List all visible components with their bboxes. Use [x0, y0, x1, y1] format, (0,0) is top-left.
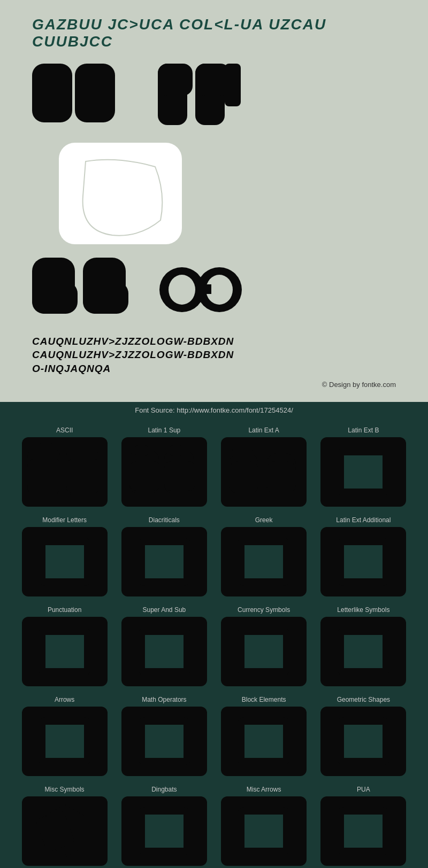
glyph-cell-modletters[interactable]: Modifier Letters — [16, 514, 113, 601]
svg-rect-23 — [27, 459, 62, 493]
svg-rect-32 — [135, 445, 148, 456]
svg-rect-25 — [66, 459, 101, 493]
glyph-box-latin1sup — [121, 437, 207, 507]
glyph-cell-geoshapes[interactable]: Geometric Shapes — [315, 693, 412, 780]
glyph-box-latinextb — [320, 437, 406, 507]
bottom-section: Font Source: http://www.fontke.com/font/… — [0, 402, 428, 868]
glyph-cell-miscsym[interactable]: Misc Symbols — [16, 783, 113, 868]
svg-rect-33 — [170, 445, 183, 456]
glyph-showcase-row1 — [32, 61, 396, 244]
glyph-label-arrows: Arrows — [55, 696, 74, 703]
glyph-cell-arrows[interactable]: Arrows — [16, 693, 113, 780]
glyph-box-geoshapes — [320, 707, 406, 776]
glyph-cell-latinextadd[interactable]: Latin Ext Additional — [315, 514, 412, 601]
glyph-box-blockelements — [221, 707, 307, 776]
glyph-showcase-row2 — [32, 255, 396, 319]
glyph-box-superandsub — [121, 617, 207, 686]
svg-rect-15 — [83, 282, 128, 314]
glyph-box-mathop — [121, 707, 207, 776]
sample-text: CAUQNLUZHV>ZJZZOLOGW-BDBXDN CAUQNLUZHV>Z… — [32, 335, 396, 376]
glyph-cell-latinextb[interactable]: Latin Ext B — [315, 424, 412, 511]
top-section: GAZBUU JC>UCA COL<L-UA UZCAU CUUBJCC — [0, 0, 428, 402]
glyph-label-latinexta: Latin Ext A — [248, 427, 279, 434]
glyph-cell-latinexta[interactable]: Latin Ext A — [216, 424, 312, 511]
glyph-box-greek — [221, 527, 307, 596]
glyph-large-1 — [32, 61, 123, 132]
svg-point-17 — [169, 275, 195, 305]
glyph-label-diacriticals: Diacriticals — [149, 516, 180, 524]
glyph-cell-ascii[interactable]: ASCII — [16, 424, 113, 511]
glyph-label-superandsub: Super And Sub — [143, 606, 186, 614]
font-source: Font Source: http://www.fontke.com/font/… — [11, 402, 417, 418]
svg-rect-39 — [232, 448, 253, 459]
glyph-label-ascii: ASCII — [56, 427, 73, 434]
glyph-label-mathop: Math Operators — [142, 696, 186, 703]
glyph-box-miscarrows — [221, 796, 307, 866]
glyph-label-latinextb: Latin Ext B — [348, 427, 379, 434]
svg-rect-4 — [78, 77, 112, 117]
glyph-box-modletters — [22, 527, 108, 596]
glyph-box-punctuation — [22, 617, 108, 686]
svg-rect-29 — [129, 461, 160, 491]
glyph-cell-currency[interactable]: Currency Symbols — [216, 603, 312, 691]
glyph-box-diacriticals — [121, 527, 207, 596]
copyright: © Design by fontke.com — [32, 381, 396, 389]
glyph-cell-miscarrows[interactable]: Misc Arrows — [216, 783, 312, 868]
glyph-box-currency — [221, 617, 307, 686]
font-title: GAZBUU JC>UCA COL<L-UA UZCAU CUUBJCC — [32, 16, 396, 50]
glyph-label-miscarrows: Misc Arrows — [247, 786, 281, 793]
glyph-large-4 — [158, 255, 249, 319]
glyph-label-miscsym: Misc Symbols — [45, 786, 85, 793]
glyph-label-latin1sup: Latin 1 Sup — [148, 427, 181, 434]
glyph-cell-superandsub[interactable]: Super And Sub — [116, 603, 212, 691]
glyph-box-pua — [320, 796, 406, 866]
glyph-box-dingbats — [121, 796, 207, 866]
svg-rect-38 — [266, 461, 296, 493]
glyphs-grid: ASCII Latin 1 Sup — [11, 418, 417, 868]
glyph-label-punctuation: Punctuation — [48, 606, 81, 614]
svg-rect-31 — [164, 461, 195, 491]
glyph-large-2 — [155, 61, 241, 127]
glyph-box-letterlike — [320, 617, 406, 686]
glyph-label-dingbats: Dingbats — [151, 786, 177, 793]
glyph-label-currency: Currency Symbols — [238, 606, 290, 614]
glyph-cell-greek[interactable]: Greek — [216, 514, 312, 601]
glyph-label-modletters: Modifier Letters — [42, 516, 87, 524]
glyph-label-latinextadd: Latin Ext Additional — [336, 516, 391, 524]
svg-rect-13 — [32, 282, 78, 314]
svg-rect-27 — [77, 443, 93, 459]
glyph-cell-dingbats[interactable]: Dingbats — [116, 783, 212, 868]
glyph-label-letterlike: Letterlike Symbols — [337, 606, 389, 614]
glyph-cell-pua[interactable]: PUA — [315, 783, 412, 868]
glyph-box-miscsym — [22, 796, 108, 866]
svg-rect-10 — [209, 93, 219, 114]
glyph-box-ascii — [22, 437, 108, 507]
glyph-box-latinextadd — [320, 527, 406, 596]
glyph-box-arrows — [22, 707, 108, 776]
glyph-cell-letterlike[interactable]: Letterlike Symbols — [315, 603, 412, 691]
svg-rect-9 — [171, 93, 182, 114]
glyph-label-greek: Greek — [255, 516, 273, 524]
glyph-large-3 — [32, 255, 131, 319]
glyph-box-latinexta — [221, 437, 307, 507]
svg-rect-36 — [229, 461, 258, 493]
glyph-cell-blockelements[interactable]: Block Elements — [216, 693, 312, 780]
glyph-cell-punctuation[interactable]: Punctuation — [16, 603, 113, 691]
glyph-white-box — [59, 143, 182, 244]
glyph-label-geoshapes: Geometric Shapes — [337, 696, 390, 703]
glyph-label-pua: PUA — [357, 786, 370, 793]
glyph-label-blockelements: Block Elements — [242, 696, 286, 703]
svg-rect-26 — [38, 443, 54, 459]
svg-rect-2 — [32, 64, 72, 122]
glyph-cell-diacriticals[interactable]: Diacriticals — [116, 514, 212, 601]
glyph-cell-mathop[interactable]: Math Operators — [116, 693, 212, 780]
svg-rect-11 — [225, 64, 241, 106]
svg-rect-21 — [201, 286, 207, 292]
glyph-cell-latin1sup[interactable]: Latin 1 Sup — [116, 424, 212, 511]
svg-rect-6 — [158, 64, 193, 96]
